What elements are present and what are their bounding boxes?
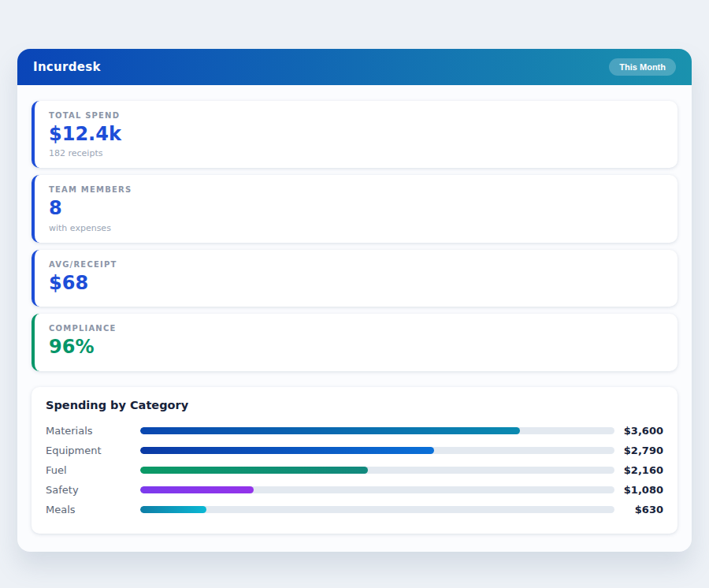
stat-label: TOTAL SPEND [49,111,663,120]
stat-card-compliance: COMPLIANCE 96% [32,314,677,370]
bar-value: $630 [614,504,663,515]
app-title: Incurdesk [33,60,101,74]
bar-label: Safety [46,484,140,496]
bar-fill [140,467,368,474]
app-header: Incurdesk This Month [17,49,692,85]
bar-fill [140,506,206,513]
stat-label: AVG/RECEIPT [49,260,663,269]
stat-value: 8 [49,198,663,218]
chart-title: Spending by Category [46,399,663,411]
bar-track [140,506,614,513]
dashboard-content: TOTAL SPEND $12.4k 182 receipts TEAM MEM… [17,85,692,552]
bar-row-equipment: Equipment $2,790 [46,441,663,460]
stat-card-team-members: TEAM MEMBERS 8 with expenses [32,175,677,242]
stat-label: TEAM MEMBERS [49,185,663,194]
dashboard-panel: Incurdesk This Month TOTAL SPEND $12.4k … [17,49,692,552]
bar-row-materials: Materials $3,600 [46,421,663,441]
bar-fill [140,447,434,454]
bar-label: Meals [46,504,140,515]
stat-subtext: with expenses [49,223,663,233]
stat-card-avg-receipt: AVG/RECEIPT $68 [32,250,677,307]
bar-row-fuel: Fuel $2,160 [46,460,663,480]
bar-track [140,486,614,493]
stat-value: $12.4k [49,124,663,144]
bar-label: Fuel [46,464,140,476]
bar-value: $2,160 [614,464,663,476]
bar-label: Equipment [46,445,140,456]
bar-row-safety: Safety $1,080 [46,480,663,500]
bar-value: $2,790 [614,445,663,456]
bar-track [140,427,614,434]
bar-value: $3,600 [614,425,663,437]
bar-track [140,447,614,454]
period-badge[interactable]: This Month [609,58,676,76]
stat-label: COMPLIANCE [49,324,663,333]
stat-value: 96% [49,337,663,357]
stat-value: $68 [49,273,663,293]
stat-subtext: 182 receipts [49,148,663,158]
bar-track [140,467,614,474]
bar-fill [140,486,254,493]
bar-value: $1,080 [614,484,663,496]
bar-row-meals: Meals $630 [46,500,663,519]
spending-by-category-chart: Spending by Category Materials $3,600 Eq… [32,387,677,534]
bar-label: Materials [46,425,140,437]
stat-card-total-spend: TOTAL SPEND $12.4k 182 receipts [32,101,677,168]
bar-fill [140,427,520,434]
